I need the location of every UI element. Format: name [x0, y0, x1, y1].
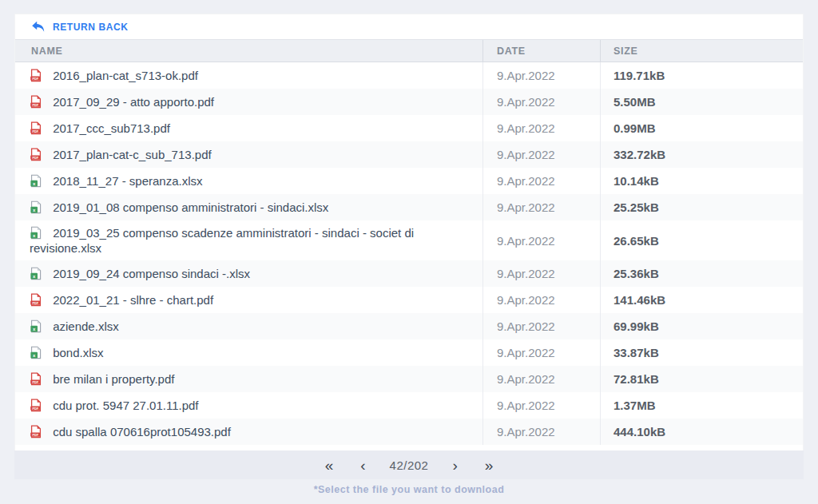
- svg-text:PDF: PDF: [32, 434, 38, 437]
- table-row[interactable]: PDF x 2019_03_25 compenso scadenze ammin…: [15, 220, 803, 260]
- svg-text:PDF: PDF: [32, 157, 38, 160]
- column-header-size: SIZE: [600, 40, 804, 62]
- table-row[interactable]: PDF x 2017_plan-cat-c_sub_713.pdf 9.Apr.…: [15, 141, 803, 168]
- file-size: 10.14kB: [600, 168, 804, 194]
- file-size: 444.10kB: [600, 419, 804, 445]
- xlsx-file-icon: x: [30, 174, 42, 188]
- file-name: cdu spalla 070616prot105493.pdf: [53, 425, 231, 439]
- pdf-file-icon: PDF: [30, 95, 42, 109]
- file-name-cell: PDF x cdu spalla 070616prot105493.pdf: [15, 419, 482, 445]
- table-row[interactable]: PDF x 2016_plan-cat_s713-ok.pdf 9.Apr.20…: [15, 62, 803, 89]
- file-name: 2017_ccc_sub713.pdf: [53, 121, 170, 135]
- file-date: 9.Apr.2022: [482, 366, 600, 392]
- file-date: 9.Apr.2022: [482, 313, 600, 339]
- file-name-cell: PDF x 2022_01_21 - slhre - chart.pdf: [15, 287, 482, 313]
- file-name: bre milan i property.pdf: [53, 372, 174, 386]
- file-name: cdu prot. 5947 27.01.11.pdf: [53, 399, 198, 412]
- file-size: 26.65kB: [600, 220, 804, 260]
- file-date: 9.Apr.2022: [482, 62, 600, 89]
- file-table-body: PDF x 2016_plan-cat_s713-ok.pdf 9.Apr.20…: [15, 62, 803, 445]
- column-header-date: DATE: [482, 40, 600, 62]
- file-name: 2019_03_25 compenso scadenze amministrat…: [30, 226, 414, 255]
- table-row[interactable]: PDF x 2022_01_21 - slhre - chart.pdf 9.A…: [15, 287, 803, 313]
- download-hint-note: *Select the file you want to download: [0, 484, 818, 495]
- table-row[interactable]: PDF x 2017_09_29 - atto apporto.pdf 9.Ap…: [15, 89, 803, 115]
- file-name-cell: PDF x 2017_ccc_sub713.pdf: [15, 115, 482, 141]
- return-back-arrow-icon: [31, 21, 45, 33]
- file-size: 119.71kB: [600, 62, 804, 89]
- previous-page-button[interactable]: ‹: [357, 456, 368, 474]
- file-size: 332.72kB: [600, 141, 804, 168]
- file-date: 9.Apr.2022: [482, 260, 600, 287]
- svg-text:PDF: PDF: [32, 130, 38, 133]
- table-row[interactable]: PDF x cdu spalla 070616prot105493.pdf 9.…: [15, 419, 803, 445]
- file-date: 9.Apr.2022: [482, 287, 600, 313]
- xlsx-file-icon: x: [30, 226, 42, 240]
- file-name: 2017_09_29 - atto apporto.pdf: [53, 95, 214, 109]
- svg-text:PDF: PDF: [32, 302, 38, 305]
- file-browser-card: RETURN BACK NAME DATE SIZE PDF x: [14, 14, 804, 453]
- file-name: 2016_plan-cat_s713-ok.pdf: [53, 69, 198, 82]
- file-date: 9.Apr.2022: [482, 392, 600, 419]
- pdf-file-icon: PDF: [30, 148, 42, 161]
- last-page-button[interactable]: »: [482, 456, 497, 474]
- file-size: 72.81kB: [600, 366, 804, 392]
- xlsx-file-icon: x: [30, 267, 42, 280]
- svg-text:PDF: PDF: [32, 104, 38, 107]
- file-size: 1.37MB: [600, 392, 804, 419]
- pdf-file-icon: PDF: [30, 121, 42, 135]
- file-name-cell: PDF x 2017_plan-cat-c_sub_713.pdf: [15, 141, 482, 168]
- xlsx-file-icon: x: [30, 319, 42, 333]
- file-name-cell: PDF x cdu prot. 5947 27.01.11.pdf: [15, 392, 482, 419]
- file-date: 9.Apr.2022: [482, 419, 600, 445]
- table-row[interactable]: PDF x cdu prot. 5947 27.01.11.pdf 9.Apr.…: [15, 392, 803, 419]
- xlsx-file-icon: x: [30, 346, 42, 359]
- file-size: 5.50MB: [600, 89, 804, 115]
- file-date: 9.Apr.2022: [482, 168, 600, 194]
- pdf-file-icon: PDF: [30, 293, 42, 307]
- return-back-button[interactable]: RETURN BACK: [31, 21, 129, 33]
- table-row[interactable]: PDF x 2017_ccc_sub713.pdf 9.Apr.2022 0.9…: [15, 115, 803, 141]
- file-size: 141.46kB: [600, 287, 804, 313]
- file-name: 2017_plan-cat-c_sub_713.pdf: [53, 148, 212, 161]
- file-size: 0.99MB: [600, 115, 804, 141]
- file-date: 9.Apr.2022: [482, 115, 600, 141]
- svg-text:PDF: PDF: [32, 381, 38, 384]
- file-size: 25.25kB: [600, 194, 804, 220]
- pagination-bar: « ‹ 42/202 › »: [14, 450, 804, 479]
- file-name: aziende.xlsx: [53, 319, 119, 333]
- file-name-cell: PDF x 2017_09_29 - atto apporto.pdf: [15, 89, 482, 115]
- file-date: 9.Apr.2022: [482, 141, 600, 168]
- pdf-file-icon: PDF: [30, 372, 42, 386]
- file-name-cell: PDF x bond.xlsx: [15, 339, 482, 366]
- file-name: 2018_11_27 - speranza.xlsx: [53, 174, 202, 188]
- xlsx-file-icon: x: [30, 200, 42, 214]
- table-row[interactable]: PDF x bond.xlsx 9.Apr.2022 33.87kB: [15, 339, 803, 366]
- svg-text:PDF: PDF: [32, 77, 38, 81]
- table-row[interactable]: PDF x aziende.xlsx 9.Apr.2022 69.99kB: [15, 313, 803, 339]
- file-name-cell: PDF x 2018_11_27 - speranza.xlsx: [15, 168, 482, 194]
- file-date: 9.Apr.2022: [482, 194, 600, 220]
- svg-text:PDF: PDF: [32, 407, 38, 411]
- page-indicator: 42/202: [390, 458, 429, 472]
- table-row[interactable]: PDF x 2019_09_24 compenso sindaci -.xlsx…: [15, 260, 803, 287]
- file-size: 25.36kB: [600, 260, 804, 287]
- table-header-row: NAME DATE SIZE: [15, 39, 803, 62]
- file-name-cell: PDF x 2019_03_25 compenso scadenze ammin…: [15, 220, 482, 260]
- first-page-button[interactable]: «: [322, 456, 337, 474]
- file-name-cell: PDF x 2019_01_08 compenso amministratori…: [15, 194, 482, 220]
- file-size: 69.99kB: [600, 313, 804, 339]
- table-row[interactable]: PDF x 2019_01_08 compenso amministratori…: [15, 194, 803, 220]
- file-date: 9.Apr.2022: [482, 220, 600, 260]
- file-date: 9.Apr.2022: [482, 339, 600, 366]
- topbar: RETURN BACK: [15, 14, 803, 39]
- file-name-cell: PDF x 2016_plan-cat_s713-ok.pdf: [15, 62, 482, 89]
- pdf-file-icon: PDF: [30, 69, 42, 82]
- table-row[interactable]: PDF x bre milan i property.pdf 9.Apr.202…: [15, 366, 803, 392]
- file-name: bond.xlsx: [53, 346, 103, 359]
- table-row[interactable]: PDF x 2018_11_27 - speranza.xlsx 9.Apr.2…: [15, 168, 803, 194]
- file-name-cell: PDF x aziende.xlsx: [15, 313, 482, 339]
- next-page-button[interactable]: ›: [449, 456, 460, 474]
- file-name: 2019_09_24 compenso sindaci -.xlsx: [53, 267, 250, 280]
- file-name: 2019_01_08 compenso amministratori - sin…: [53, 200, 328, 214]
